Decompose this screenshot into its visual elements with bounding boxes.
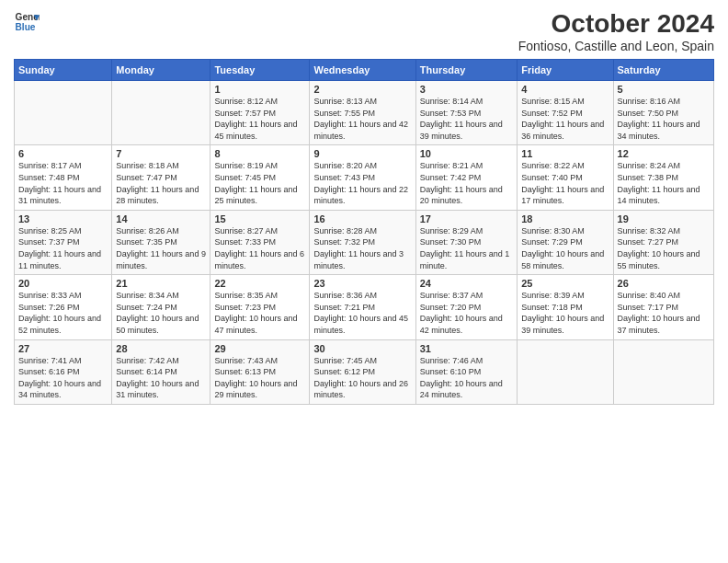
day-info: Sunrise: 8:21 AMSunset: 7:42 PMDaylight:… (420, 160, 513, 206)
day-info: Sunrise: 8:16 AMSunset: 7:50 PMDaylight:… (618, 96, 710, 142)
calendar-cell: 20Sunrise: 8:33 AMSunset: 7:26 PMDayligh… (15, 275, 112, 339)
subtitle: Fontioso, Castille and Leon, Spain (518, 39, 714, 53)
col-friday: Friday (518, 60, 613, 81)
calendar-cell: 13Sunrise: 8:25 AMSunset: 7:37 PMDayligh… (15, 210, 112, 274)
calendar-week-3: 13Sunrise: 8:25 AMSunset: 7:37 PMDayligh… (15, 210, 714, 274)
calendar-cell: 17Sunrise: 8:29 AMSunset: 7:30 PMDayligh… (415, 210, 517, 274)
day-number: 5 (618, 84, 710, 95)
col-monday: Monday (112, 60, 210, 81)
day-number: 22 (214, 278, 305, 289)
calendar-week-1: 1Sunrise: 8:12 AMSunset: 7:57 PMDaylight… (15, 81, 714, 145)
day-info: Sunrise: 8:20 AMSunset: 7:43 PMDaylight:… (313, 160, 411, 206)
day-number: 16 (313, 213, 411, 224)
day-number: 2 (313, 84, 411, 95)
day-number: 25 (521, 278, 609, 289)
calendar-cell: 28Sunrise: 7:42 AMSunset: 6:14 PMDayligh… (112, 339, 210, 404)
calendar-cell: 27Sunrise: 7:41 AMSunset: 6:16 PMDayligh… (15, 339, 112, 404)
day-number: 27 (18, 343, 108, 354)
col-thursday: Thursday (415, 60, 517, 81)
day-number: 12 (618, 148, 710, 159)
day-number: 6 (18, 148, 108, 159)
day-info: Sunrise: 8:18 AMSunset: 7:47 PMDaylight:… (116, 160, 206, 206)
day-info: Sunrise: 8:24 AMSunset: 7:38 PMDaylight:… (618, 160, 710, 206)
day-info: Sunrise: 8:33 AMSunset: 7:26 PMDaylight:… (18, 290, 108, 336)
day-number: 13 (18, 213, 108, 224)
day-number: 29 (214, 343, 305, 354)
calendar-cell: 1Sunrise: 8:12 AMSunset: 7:57 PMDaylight… (210, 81, 310, 145)
day-number: 19 (618, 213, 710, 224)
calendar-cell (613, 339, 713, 404)
day-info: Sunrise: 8:22 AMSunset: 7:40 PMDaylight:… (521, 160, 609, 206)
day-info: Sunrise: 8:34 AMSunset: 7:24 PMDaylight:… (116, 290, 206, 336)
calendar-cell: 3Sunrise: 8:14 AMSunset: 7:53 PMDaylight… (415, 81, 517, 145)
logo-icon: General Blue (14, 9, 40, 35)
calendar-cell (15, 81, 112, 145)
title-block: October 2024 Fontioso, Castille and Leon… (518, 9, 714, 53)
calendar-page: General Blue October 2024 Fontioso, Cast… (0, 0, 728, 563)
calendar-cell: 4Sunrise: 8:15 AMSunset: 7:52 PMDaylight… (518, 81, 613, 145)
day-info: Sunrise: 8:30 AMSunset: 7:29 PMDaylight:… (521, 225, 609, 271)
calendar-cell: 19Sunrise: 8:32 AMSunset: 7:27 PMDayligh… (613, 210, 713, 274)
day-info: Sunrise: 8:40 AMSunset: 7:17 PMDaylight:… (618, 290, 710, 336)
day-info: Sunrise: 8:26 AMSunset: 7:35 PMDaylight:… (116, 225, 206, 271)
day-number: 11 (521, 148, 609, 159)
day-number: 23 (313, 278, 411, 289)
main-title: October 2024 (518, 9, 714, 39)
day-info: Sunrise: 8:32 AMSunset: 7:27 PMDaylight:… (618, 225, 710, 271)
calendar-cell: 11Sunrise: 8:22 AMSunset: 7:40 PMDayligh… (518, 145, 613, 210)
day-number: 24 (420, 278, 513, 289)
calendar-cell: 31Sunrise: 7:46 AMSunset: 6:10 PMDayligh… (415, 339, 517, 404)
day-info: Sunrise: 8:19 AMSunset: 7:45 PMDaylight:… (214, 160, 305, 206)
calendar-cell (112, 81, 210, 145)
calendar-cell: 18Sunrise: 8:30 AMSunset: 7:29 PMDayligh… (518, 210, 613, 274)
header: General Blue October 2024 Fontioso, Cast… (14, 9, 714, 53)
calendar-cell: 6Sunrise: 8:17 AMSunset: 7:48 PMDaylight… (15, 145, 112, 210)
day-number: 28 (116, 343, 206, 354)
day-info: Sunrise: 8:15 AMSunset: 7:52 PMDaylight:… (521, 96, 609, 142)
calendar-cell: 30Sunrise: 7:45 AMSunset: 6:12 PMDayligh… (310, 339, 415, 404)
calendar-table: Sunday Monday Tuesday Wednesday Thursday… (14, 59, 714, 405)
calendar-body: 1Sunrise: 8:12 AMSunset: 7:57 PMDaylight… (15, 81, 714, 405)
day-info: Sunrise: 8:28 AMSunset: 7:32 PMDaylight:… (313, 225, 411, 271)
day-number: 3 (420, 84, 513, 95)
calendar-cell: 14Sunrise: 8:26 AMSunset: 7:35 PMDayligh… (112, 210, 210, 274)
day-number: 15 (214, 213, 305, 224)
day-info: Sunrise: 8:39 AMSunset: 7:18 PMDaylight:… (521, 290, 609, 336)
calendar-cell: 26Sunrise: 8:40 AMSunset: 7:17 PMDayligh… (613, 275, 713, 339)
calendar-cell: 2Sunrise: 8:13 AMSunset: 7:55 PMDaylight… (310, 81, 415, 145)
calendar-cell: 12Sunrise: 8:24 AMSunset: 7:38 PMDayligh… (613, 145, 713, 210)
day-info: Sunrise: 8:17 AMSunset: 7:48 PMDaylight:… (18, 160, 108, 206)
calendar-cell: 24Sunrise: 8:37 AMSunset: 7:20 PMDayligh… (415, 275, 517, 339)
calendar-cell: 16Sunrise: 8:28 AMSunset: 7:32 PMDayligh… (310, 210, 415, 274)
day-info: Sunrise: 8:14 AMSunset: 7:53 PMDaylight:… (420, 96, 513, 142)
day-number: 21 (116, 278, 206, 289)
calendar-week-5: 27Sunrise: 7:41 AMSunset: 6:16 PMDayligh… (15, 339, 714, 404)
col-wednesday: Wednesday (310, 60, 415, 81)
calendar-week-4: 20Sunrise: 8:33 AMSunset: 7:26 PMDayligh… (15, 275, 714, 339)
day-number: 31 (420, 343, 513, 354)
day-number: 10 (420, 148, 513, 159)
day-number: 7 (116, 148, 206, 159)
day-info: Sunrise: 7:41 AMSunset: 6:16 PMDaylight:… (18, 355, 108, 401)
day-info: Sunrise: 8:29 AMSunset: 7:30 PMDaylight:… (420, 225, 513, 271)
col-saturday: Saturday (613, 60, 713, 81)
day-info: Sunrise: 8:27 AMSunset: 7:33 PMDaylight:… (214, 225, 305, 271)
calendar-week-2: 6Sunrise: 8:17 AMSunset: 7:48 PMDaylight… (15, 145, 714, 210)
calendar-cell: 7Sunrise: 8:18 AMSunset: 7:47 PMDaylight… (112, 145, 210, 210)
day-number: 20 (18, 278, 108, 289)
day-info: Sunrise: 7:42 AMSunset: 6:14 PMDaylight:… (116, 355, 206, 401)
calendar-cell: 22Sunrise: 8:35 AMSunset: 7:23 PMDayligh… (210, 275, 310, 339)
day-number: 30 (313, 343, 411, 354)
calendar-cell (518, 339, 613, 404)
svg-text:Blue: Blue (16, 22, 36, 32)
day-number: 17 (420, 213, 513, 224)
day-info: Sunrise: 7:45 AMSunset: 6:12 PMDaylight:… (313, 355, 411, 401)
day-number: 26 (618, 278, 710, 289)
day-info: Sunrise: 8:25 AMSunset: 7:37 PMDaylight:… (18, 225, 108, 271)
day-info: Sunrise: 8:35 AMSunset: 7:23 PMDaylight:… (214, 290, 305, 336)
calendar-cell: 15Sunrise: 8:27 AMSunset: 7:33 PMDayligh… (210, 210, 310, 274)
day-info: Sunrise: 7:46 AMSunset: 6:10 PMDaylight:… (420, 355, 513, 401)
logo: General Blue (14, 9, 40, 35)
day-number: 4 (521, 84, 609, 95)
calendar-cell: 5Sunrise: 8:16 AMSunset: 7:50 PMDaylight… (613, 81, 713, 145)
